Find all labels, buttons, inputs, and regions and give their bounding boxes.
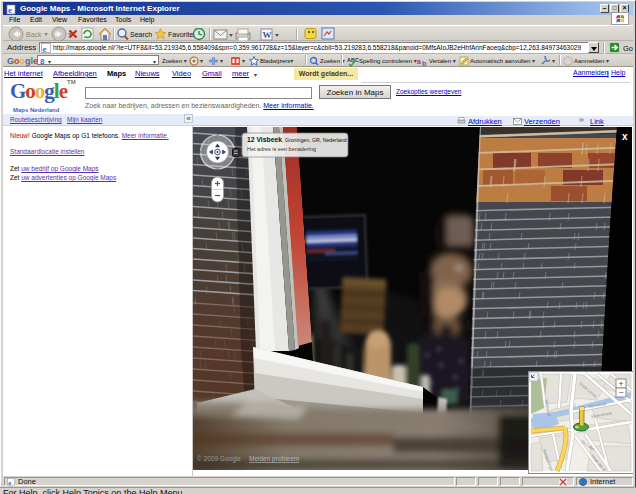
svg-text:Melden probleem: Melden probleem [249,455,299,463]
svg-text:Het adres is een benadering: Het adres is een benadering [247,146,316,152]
svg-text:+: + [619,379,624,389]
svg-text:x: x [622,131,628,142]
svg-text:e: e [8,479,11,486]
svg-text:W: W [263,30,272,40]
svg-text:© 2009 Google: © 2009 Google [197,455,241,463]
svg-text:ABC: ABC [347,57,359,63]
svg-text:Back: Back [26,31,42,38]
svg-text:−: − [619,388,624,397]
svg-text:Search: Search [130,31,152,38]
svg-text:b: b [422,60,426,67]
svg-text:a: a [417,58,421,65]
svg-text:12 Visbeek, Groningen, GR, Ned: 12 Visbeek, Groningen, GR, Nederland [247,136,347,143]
svg-text:e: e [43,43,47,53]
svg-text:e: e [8,5,12,15]
